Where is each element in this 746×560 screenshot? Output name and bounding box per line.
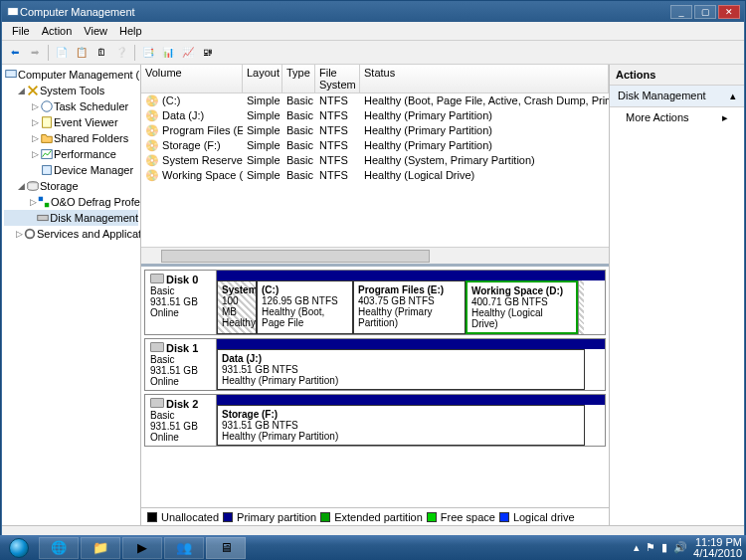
titlebar[interactable]: Computer Management _ ▢ ✕: [2, 2, 744, 22]
menu-help[interactable]: Help: [113, 23, 148, 39]
menu-view[interactable]: View: [78, 23, 113, 39]
col-status[interactable]: Status: [360, 65, 609, 93]
tree-shared[interactable]: ▷Shared Folders: [4, 130, 138, 146]
maximize-button[interactable]: ▢: [694, 5, 716, 19]
close-button[interactable]: ✕: [718, 5, 740, 19]
properties-button[interactable]: 📋: [73, 44, 91, 62]
actions-header: Actions: [610, 65, 744, 86]
disk-row[interactable]: Disk 2Basic931.51 GBOnlineStorage (F:)93…: [144, 394, 606, 447]
tree-diskmgmt[interactable]: Disk Management: [4, 210, 138, 226]
svg-point-11: [26, 230, 35, 239]
legend: Unallocated Primary partition Extended p…: [141, 507, 609, 525]
volume-row[interactable]: 📀 Data (J:)SimpleBasicNTFSHealthy (Prima…: [141, 108, 609, 123]
tree-task[interactable]: ▷Task Scheduler: [4, 98, 138, 114]
partition[interactable]: Storage (F:)931.51 GB NTFSHealthy (Prima…: [217, 405, 585, 446]
volume-row[interactable]: 📀 Storage (F:)SimpleBasicNTFSHealthy (Pr…: [141, 138, 609, 153]
tray-expand-icon[interactable]: ▴: [634, 541, 640, 554]
menu-action[interactable]: Action: [36, 23, 79, 39]
tree-systools[interactable]: ◢System Tools: [4, 83, 138, 98]
tool-button-3[interactable]: 📈: [179, 44, 197, 62]
partition[interactable]: (C:)126.95 GB NTFSHealthy (Boot, Page Fi…: [257, 280, 353, 334]
clock[interactable]: 11:19 PM 4/14/2010: [693, 537, 742, 559]
disk-info[interactable]: Disk 0Basic931.51 GBOnline: [145, 271, 217, 334]
partition[interactable]: System100 MBHealthy: [217, 280, 257, 334]
actions-more[interactable]: More Actions▸: [610, 107, 744, 128]
col-layout[interactable]: Layout: [243, 65, 282, 93]
volume-row[interactable]: 📀 Working Space (D:)SimpleBasicNTFSHealt…: [141, 168, 609, 183]
task-messenger[interactable]: 👥: [164, 537, 204, 559]
disk-row[interactable]: Disk 0Basic931.51 GBOnlineSystem100 MBHe…: [144, 270, 606, 335]
scroll-thumb[interactable]: [161, 250, 430, 263]
center-pane: Volume Layout Type File System Status 📀 …: [141, 65, 610, 525]
tree-services[interactable]: ▷Services and Applications: [4, 226, 138, 242]
computer-icon: [4, 68, 18, 82]
disk-info[interactable]: Disk 2Basic931.51 GBOnline: [145, 395, 217, 446]
svg-rect-10: [38, 215, 49, 220]
toolbar: ⬅ ➡ 📄 📋 🗓 ❔ 📑 📊 📈 🖳: [2, 41, 744, 65]
window-frame: Computer Management _ ▢ ✕ File Action Vi…: [1, 1, 745, 536]
col-type[interactable]: Type: [282, 65, 315, 93]
col-fs[interactable]: File System: [315, 65, 360, 93]
help-button[interactable]: ❔: [112, 44, 130, 62]
device-icon: [40, 163, 54, 177]
clock-icon: [40, 99, 54, 113]
app-icon: [6, 5, 20, 19]
actions-diskmgmt[interactable]: Disk Management▴: [610, 86, 744, 107]
show-hide-button[interactable]: 📄: [53, 44, 71, 62]
volume-list[interactable]: Volume Layout Type File System Status 📀 …: [141, 65, 609, 264]
services-icon: [23, 227, 37, 241]
start-orb-icon: [9, 538, 29, 558]
system-tray[interactable]: ▴ ⚑ ▮ 🔊 11:19 PM 4/14/2010: [634, 537, 746, 559]
window-title: Computer Management: [20, 6, 135, 18]
disk-graphical-view[interactable]: Disk 0Basic931.51 GBOnlineSystem100 MBHe…: [141, 264, 609, 507]
partition[interactable]: Program Files (E:)403.75 GB NTFSHealthy …: [353, 280, 466, 334]
disk-band: [217, 395, 605, 405]
task-explorer[interactable]: 📁: [81, 537, 120, 559]
partition[interactable]: Working Space (D:)400.71 GB NTFSHealthy …: [466, 280, 578, 334]
task-compmgmt[interactable]: 🖥: [206, 537, 246, 559]
navigation-tree[interactable]: Computer Management (Local ◢System Tools…: [2, 65, 141, 525]
end-gap: [578, 280, 584, 334]
tool-button-1[interactable]: 📑: [139, 44, 157, 62]
tree-event[interactable]: ▷Event Viewer: [4, 114, 138, 130]
disk-row[interactable]: Disk 1Basic931.51 GBOnlineData (J:)931.5…: [144, 338, 606, 391]
tree-root[interactable]: Computer Management (Local: [4, 67, 138, 83]
menubar: File Action View Help: [2, 22, 744, 41]
flag-icon[interactable]: ⚑: [646, 541, 655, 554]
storage-icon: [26, 179, 40, 193]
back-button[interactable]: ⬅: [6, 44, 24, 62]
task-ie[interactable]: 🌐: [39, 537, 79, 559]
disk-icon: [150, 398, 164, 408]
forward-button[interactable]: ➡: [26, 44, 44, 62]
partition[interactable]: Data (J:)931.51 GB NTFSHealthy (Primary …: [217, 349, 585, 390]
network-icon[interactable]: ▮: [661, 541, 667, 554]
volume-row[interactable]: 📀 (C:)SimpleBasicNTFSHealthy (Boot, Page…: [141, 93, 609, 108]
hscrollbar[interactable]: [141, 247, 609, 264]
volume-row[interactable]: 📀 System ReservedSimpleBasicNTFSHealthy …: [141, 153, 609, 168]
tree-perf[interactable]: ▷Performance: [4, 146, 138, 162]
statusbar: [2, 525, 744, 535]
volume-icon[interactable]: 🔊: [673, 541, 687, 554]
tool-button-4[interactable]: 🖳: [199, 44, 217, 62]
tool-button-2[interactable]: 📊: [159, 44, 177, 62]
minimize-button[interactable]: _: [670, 5, 692, 19]
taskbar[interactable]: 🌐 📁 ▶ 👥 🖥 ▴ ⚑ ▮ 🔊 11:19 PM 4/14/2010: [0, 535, 746, 560]
start-button[interactable]: [0, 535, 38, 560]
volume-header[interactable]: Volume Layout Type File System Status: [141, 65, 609, 93]
svg-rect-4: [43, 117, 52, 128]
tree-storage[interactable]: ◢Storage: [4, 178, 138, 194]
disk-icon: [150, 274, 164, 283]
svg-rect-1: [10, 16, 15, 17]
collapse-icon: ▴: [730, 90, 736, 102]
svg-point-3: [42, 101, 53, 112]
event-icon: [40, 115, 54, 129]
disk-info[interactable]: Disk 1Basic931.51 GBOnline: [145, 339, 217, 390]
swatch-free: [427, 512, 437, 522]
task-media[interactable]: ▶: [122, 537, 162, 559]
menu-file[interactable]: File: [6, 23, 36, 39]
volume-row[interactable]: 📀 Program Files (E:)SimpleBasicNTFSHealt…: [141, 123, 609, 138]
tree-defrag[interactable]: ▷O&O Defrag Profession: [4, 194, 138, 210]
refresh-button[interactable]: 🗓: [93, 44, 110, 62]
tree-devmgr[interactable]: Device Manager: [4, 162, 138, 178]
col-volume[interactable]: Volume: [141, 65, 243, 93]
